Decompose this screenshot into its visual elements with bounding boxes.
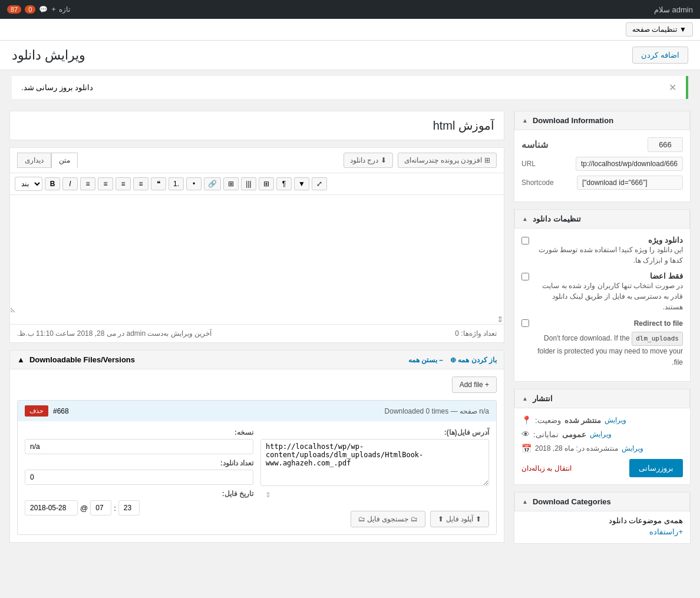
paragraph-button[interactable]: ¶ bbox=[276, 177, 292, 190]
editor-section: ⊞ افزودن پرونده چندرسانه‌ای ⬇ درج دانلود… bbox=[9, 147, 504, 343]
sidebar: Download Information ▲ 666 شناسه tp://lo… bbox=[514, 111, 691, 544]
ul-button[interactable]: • bbox=[186, 177, 202, 190]
download-count-input[interactable] bbox=[25, 470, 253, 485]
category-item-1: همه‌ی موضوعات دانلود bbox=[521, 516, 683, 525]
upload-media-button[interactable]: ⊞ افزودن پرونده چندرسانه‌ای bbox=[398, 153, 497, 168]
italic-button[interactable]: I bbox=[62, 177, 78, 190]
url-value: tp://localhost/wp/download/666 bbox=[576, 157, 683, 171]
status-label: وضعیت: bbox=[535, 416, 561, 425]
redirect-checkbox[interactable] bbox=[521, 319, 529, 327]
members-checkbox[interactable] bbox=[521, 273, 529, 280]
bold-button[interactable]: B bbox=[45, 177, 60, 190]
files-section-header: باز کردن همه ⊕ – بستن همه Downloadable F… bbox=[10, 351, 504, 369]
trash-link[interactable]: انتقال به زباله‌دان bbox=[521, 464, 572, 473]
visibility-edit-link[interactable]: ویرایش bbox=[590, 430, 612, 438]
file-item: Downloaded 0 times — صفحه n/a #668 حذف bbox=[17, 400, 497, 535]
tab-text[interactable]: متن bbox=[51, 153, 78, 168]
redirect-setting-row: Redirect to file dlm_uploads Don't force… bbox=[521, 318, 683, 368]
add-button[interactable]: اضافه کردن bbox=[632, 47, 688, 64]
download-icon: ⬇ bbox=[381, 156, 387, 164]
page-settings-button[interactable]: ▼ تنظیمات صفحه bbox=[626, 22, 693, 37]
file-date-input[interactable] bbox=[25, 500, 78, 516]
notice-close-button[interactable]: ✕ bbox=[669, 82, 676, 93]
file-delete-button[interactable]: حذف bbox=[25, 405, 48, 417]
comment-icon: 💬 bbox=[39, 5, 48, 14]
upload-icon: ⊞ bbox=[484, 156, 490, 164]
visibility-label: نمایانی: bbox=[533, 430, 559, 439]
grid-button[interactable]: ⊞ bbox=[259, 177, 274, 190]
format-select[interactable]: بند bbox=[15, 177, 42, 191]
upload-file-icon: ⬆ bbox=[476, 515, 481, 523]
page-header: اضافه کردن ویرایش دانلود bbox=[0, 41, 700, 70]
download-count-label: تعداد دانلود: bbox=[25, 459, 253, 467]
visibility-icon: 👁 bbox=[521, 429, 530, 439]
search-file-button[interactable]: 🗂 جستجوی فایل 🗂 bbox=[351, 511, 426, 527]
notice-text: دانلود بروز رسانی شد. bbox=[21, 83, 93, 92]
link-button[interactable]: 🔗 bbox=[204, 177, 221, 190]
shenaseh-value: 666 bbox=[648, 137, 683, 152]
file-item-header-info: Downloaded 0 times — صفحه n/a bbox=[385, 407, 489, 415]
title-section: آموزش html bbox=[9, 111, 504, 140]
status-row: ویرایش منتشر شده وضعیت: 📍 bbox=[521, 415, 683, 425]
editor-textarea[interactable] bbox=[10, 195, 504, 313]
file-date: — bbox=[451, 407, 460, 415]
version-input[interactable] bbox=[25, 439, 253, 454]
align-right-button[interactable]: ≡ bbox=[133, 177, 148, 190]
insert-download-button[interactable]: ⬇ درج دانلود bbox=[344, 153, 393, 168]
fullscreen-button[interactable]: ⤢ bbox=[312, 177, 327, 190]
blockquote-button[interactable]: ❝ bbox=[151, 177, 166, 190]
published-edit-link[interactable]: ویرایش bbox=[622, 444, 643, 452]
file-time-min-input[interactable] bbox=[118, 500, 140, 516]
download-settings-panel-header[interactable]: تنظیمات دانلود ▲ bbox=[514, 209, 690, 229]
download-categories-title: Download Categories bbox=[533, 497, 611, 506]
search-file-icon: 🗂 bbox=[411, 515, 418, 523]
status-edit-link[interactable]: ویرایش bbox=[605, 416, 626, 424]
align-left-button[interactable]: ≡ bbox=[98, 177, 113, 190]
download-categories-panel-body: همه‌ی موضوعات دانلود +راستفاده bbox=[514, 511, 690, 543]
collapse-icon-4: ▲ bbox=[522, 498, 528, 505]
at-symbol: @ bbox=[80, 504, 88, 513]
open-all-link[interactable]: باز کردن همه ⊕ bbox=[450, 356, 497, 364]
update-badge: 87 bbox=[7, 5, 21, 14]
status-value: منتشر شده bbox=[564, 416, 602, 425]
download-info-panel-header[interactable]: Download Information ▲ bbox=[514, 111, 690, 130]
chart-button[interactable]: ||| bbox=[241, 177, 256, 190]
collapse-icon: ▲ bbox=[522, 117, 528, 124]
category-item-2: +راستفاده bbox=[521, 527, 683, 536]
align-button[interactable]: ≡ bbox=[80, 177, 95, 190]
download-info-title: Download Information bbox=[533, 116, 613, 125]
close-all-link[interactable]: – بستن همه bbox=[408, 356, 443, 364]
file-address-label: آدرس فایل(ها): bbox=[260, 428, 489, 437]
featured-checkbox[interactable] bbox=[521, 237, 529, 245]
admin-username: admin سلام bbox=[654, 5, 693, 14]
publish-panel-header[interactable]: انتشار ▲ bbox=[514, 389, 690, 408]
collapse-icon-2: ▲ bbox=[522, 216, 528, 222]
add-file-button[interactable]: + Add file bbox=[452, 376, 497, 393]
download-categories-panel-header[interactable]: Download Categories ▲ bbox=[514, 492, 690, 511]
publish-panel: انتشار ▲ ویرایش منتشر شده وضعیت: 📍 ویرای… bbox=[514, 389, 691, 485]
more-button[interactable]: ▼ bbox=[294, 177, 309, 190]
category-2-link[interactable]: +راستفاده bbox=[649, 527, 683, 536]
ol-button[interactable]: 1. bbox=[169, 177, 184, 190]
tab-visual[interactable]: دیداری bbox=[17, 153, 51, 168]
publish-buttons: بروزرسانی انتقال به زباله‌دان bbox=[521, 459, 683, 477]
file-address-input[interactable]: http://localhost/wp/wp-content/uploads/d… bbox=[260, 439, 489, 486]
visibility-value: عمومی bbox=[562, 430, 586, 439]
version-label: نسخه: bbox=[25, 428, 253, 437]
search-file-label: جستجوی فایل 🗂 bbox=[358, 515, 409, 523]
publish-title: انتشار bbox=[533, 394, 553, 403]
resize-handle: ⇕ bbox=[10, 315, 504, 324]
file-time-hour-input[interactable] bbox=[90, 500, 111, 516]
shenaseh-row: 666 شناسه bbox=[521, 137, 683, 152]
admin-bar-left: admin سلام bbox=[654, 5, 693, 14]
url-label: URL bbox=[521, 160, 536, 168]
table-button[interactable]: ⊞ bbox=[223, 177, 239, 190]
download-settings-panel: تنظیمات دانلود ▲ دانلود ویژه این دانلود … bbox=[514, 209, 691, 382]
files-section-title: Downloadable Files/Versions bbox=[29, 355, 135, 364]
update-button[interactable]: بروزرسانی bbox=[629, 459, 683, 477]
upload-file-button[interactable]: ⬆ آپلود فایل ⬆ bbox=[430, 511, 489, 527]
align-center-button[interactable]: ≡ bbox=[115, 177, 131, 190]
main-layout: Download Information ▲ 666 شناسه tp://lo… bbox=[0, 105, 700, 550]
file-textarea-resize: ⇕ bbox=[260, 488, 489, 501]
plus-icon: + bbox=[51, 5, 55, 14]
